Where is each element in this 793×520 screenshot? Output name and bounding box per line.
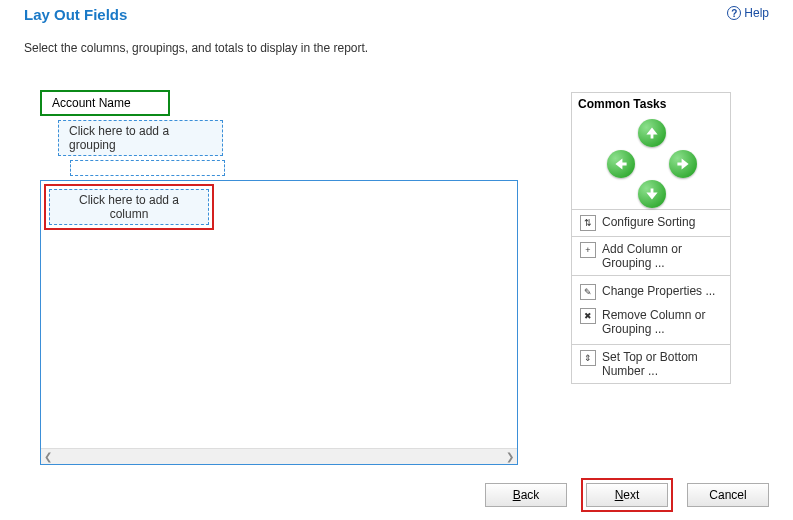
layout-designer: Account Name Click here to add a groupin… (40, 90, 560, 176)
detail-area: Click here to add a column ❮ ❯ (40, 180, 518, 465)
common-tasks-panel: Common Tasks ⇅ Configure Sorting + Add C… (571, 92, 731, 384)
properties-icon: ✎ (580, 284, 596, 300)
move-left-button[interactable] (607, 150, 635, 178)
scroll-left-icon[interactable]: ❮ (44, 451, 52, 462)
empty-grouping-slot[interactable] (70, 160, 225, 176)
next-button-highlight: Next (581, 478, 673, 512)
cancel-button[interactable]: Cancel (687, 483, 769, 507)
task-label: Set Top or Bottom Number ... (602, 350, 722, 378)
arrow-up-icon (645, 126, 659, 140)
scroll-right-icon[interactable]: ❯ (506, 451, 514, 462)
horizontal-scrollbar[interactable]: ❮ ❯ (41, 448, 517, 464)
sort-icon: ⇅ (580, 215, 596, 231)
help-icon: ? (727, 6, 741, 20)
task-label: Configure Sorting (602, 215, 695, 229)
wizard-footer: Back Next Cancel (485, 478, 769, 512)
arrow-left-icon (614, 157, 628, 171)
task-configure-sorting[interactable]: ⇅ Configure Sorting (572, 210, 730, 237)
next-button[interactable]: Next (586, 483, 668, 507)
move-right-button[interactable] (669, 150, 697, 178)
add-column-icon: + (580, 242, 596, 258)
help-link[interactable]: ? Help (727, 6, 769, 20)
add-column-highlight: Click here to add a column (44, 184, 214, 230)
back-button[interactable]: Back (485, 483, 567, 507)
help-label: Help (744, 6, 769, 20)
task-set-top-bottom[interactable]: ⇕ Set Top or Bottom Number ... (572, 345, 730, 383)
move-down-button[interactable] (638, 180, 666, 208)
common-tasks-heading: Common Tasks (572, 93, 730, 115)
page-description: Select the columns, groupings, and total… (0, 23, 793, 55)
top-bottom-icon: ⇕ (580, 350, 596, 366)
task-label: Add Column or Grouping ... (602, 242, 722, 270)
move-arrows-area (572, 115, 730, 210)
arrow-down-icon (645, 187, 659, 201)
task-label: Change Properties ... (602, 284, 715, 298)
task-add-column-grouping[interactable]: + Add Column or Grouping ... (572, 237, 730, 276)
move-up-button[interactable] (638, 119, 666, 147)
arrow-right-icon (676, 157, 690, 171)
task-change-properties[interactable]: ✎ Change Properties ... (572, 280, 730, 304)
page-title: Lay Out Fields (24, 6, 769, 23)
task-group-properties: ✎ Change Properties ... ✖ Remove Column … (572, 276, 730, 345)
task-label: Remove Column or Grouping ... (602, 308, 722, 336)
task-remove-column-grouping[interactable]: ✖ Remove Column or Grouping ... (572, 304, 730, 340)
remove-icon: ✖ (580, 308, 596, 324)
add-grouping-placeholder[interactable]: Click here to add a grouping (58, 120, 223, 156)
add-column-placeholder[interactable]: Click here to add a column (49, 189, 209, 225)
field-account-name[interactable]: Account Name (40, 90, 170, 116)
